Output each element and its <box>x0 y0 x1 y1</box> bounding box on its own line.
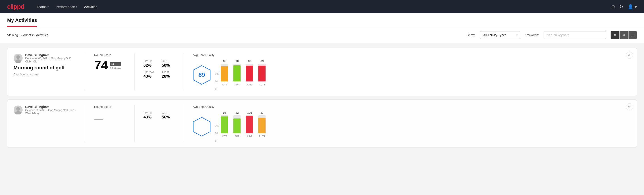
bar-value-label: 106 <box>247 111 252 114</box>
bar-column: 89ARG <box>246 59 253 86</box>
shot-quality-section: Avg Shot Quality 100 50 0 94OTT83AP <box>193 105 630 142</box>
avatar <box>14 54 22 63</box>
activity-card: ✏ Dave Billingham October 16, 2021 · Gog… <box>7 100 637 148</box>
user-avatar[interactable]: 👤 ▾ <box>628 4 637 9</box>
edit-button[interactable]: ✏ <box>626 103 633 110</box>
nav-actions: ⊕ ↻ 👤 ▾ <box>611 4 637 9</box>
chart-y-axis: 100 50 0 <box>215 72 219 90</box>
divider <box>134 105 134 142</box>
shot-quality-section: Avg Shot Quality 89 100 50 <box>193 53 630 90</box>
bar-column: 106ARG <box>246 111 253 138</box>
user-date: December 05, 2021 · Gog Magog Golf Club … <box>25 57 76 63</box>
svg-marker-7 <box>193 117 210 136</box>
bar-chart: 94OTT83APP106ARG87PUTT <box>221 111 266 142</box>
bar-value-label: 87 <box>260 111 264 114</box>
user-name: Dave Billingham <box>25 105 76 109</box>
page-title: My Activities <box>7 14 37 27</box>
gir-stat: GIR 56% <box>162 111 175 120</box>
fw-hit-stat: FW Hit 43% <box>144 111 156 120</box>
score-holes: 18 Holes <box>110 67 121 70</box>
gir-stat: GIR 50% <box>162 60 175 68</box>
shot-quality-label: Avg Shot Quality <box>193 105 630 108</box>
page-header: My Activities <box>0 14 644 27</box>
compact-view-button[interactable]: ☰ <box>628 31 637 39</box>
bar-column: 90APP <box>234 59 240 86</box>
svg-point-5 <box>16 107 20 111</box>
bar-fill <box>234 118 240 133</box>
stats-section: FW Hit 43% GIR 56% <box>144 105 175 142</box>
bar-value-label: 85 <box>223 59 226 63</box>
add-circle-icon[interactable]: ⊕ <box>611 4 615 9</box>
bar-fill <box>258 118 266 133</box>
card-user-info: Dave Billingham December 05, 2021 · Gog … <box>14 53 76 90</box>
round-score-label: Round Score <box>94 53 126 57</box>
bar-category-label: PUTT <box>259 135 265 138</box>
card-user-info: Dave Billingham October 16, 2021 · Gog M… <box>14 105 76 142</box>
bar-category-label: ARG <box>247 83 252 86</box>
avatar <box>14 106 22 114</box>
bar-chart: 85OTT90APP89ARG89PUTT <box>221 59 266 90</box>
activity-card: ✏ Dave Billingham December 05, 2021 · Go… <box>7 48 637 96</box>
bar-value-label: 89 <box>248 59 251 63</box>
search-input[interactable] <box>544 31 606 39</box>
one-putt-stat: 1 Putt 28% <box>162 70 175 79</box>
viewing-count-text: Viewing 12 out of 29 Activities <box>7 33 48 37</box>
bar-column: 87PUTT <box>258 111 266 138</box>
bar-outer <box>221 115 228 133</box>
bar-value-label: 89 <box>260 59 264 63</box>
bar-outer <box>234 115 240 133</box>
bar-fill <box>221 116 228 133</box>
show-label: Show: <box>467 33 476 37</box>
nav-performance[interactable]: Performance ▾ <box>56 3 77 10</box>
hexagon-overall: 89 <box>193 65 211 85</box>
bar-outer <box>221 64 228 82</box>
round-score-section: Round Score 74 +4 18 Holes <box>94 53 126 90</box>
activity-title: Morning round of golf <box>14 65 76 71</box>
chevron-down-icon: ▾ <box>48 6 49 8</box>
round-score-section: Round Score <box>94 105 126 142</box>
activity-type-filter[interactable]: All Activity Types ▾ <box>480 31 520 39</box>
bar-outer <box>258 64 266 82</box>
bar-category-label: ARG <box>247 135 252 138</box>
nav-activities[interactable]: Activities <box>84 3 97 10</box>
list-view-button[interactable]: ≡ <box>610 31 619 39</box>
bar-column: 94OTT <box>221 111 228 138</box>
chart-y-axis: 100 50 0 <box>215 124 219 142</box>
activities-list: ✏ Dave Billingham December 05, 2021 · Go… <box>0 43 644 152</box>
nav-teams[interactable]: Teams ▾ <box>36 3 48 10</box>
bar-fill <box>234 65 240 82</box>
bar-fill <box>258 66 266 82</box>
bar-value-label: 90 <box>236 59 238 63</box>
bar-fill <box>221 66 228 82</box>
bar-outer <box>246 115 253 133</box>
overall-score: 89 <box>198 72 205 78</box>
bar-column: 85OTT <box>221 59 228 86</box>
grid-view-button[interactable]: ⊞ <box>620 31 628 39</box>
bar-fill <box>246 66 253 82</box>
svg-point-1 <box>16 55 20 59</box>
activity-type-select[interactable]: All Activity Types <box>480 31 520 39</box>
data-source: Data Source: Arccos <box>14 73 76 76</box>
bar-outer <box>246 64 253 82</box>
round-score-label: Round Score <box>94 105 126 108</box>
bar-outer <box>234 64 240 82</box>
user-name: Dave Billingham <box>25 53 76 57</box>
bar-outer <box>258 115 266 133</box>
user-date: October 16, 2021 · Gog Magog Golf Club -… <box>25 109 76 115</box>
hexagon-overall <box>193 117 211 136</box>
refresh-icon[interactable]: ↻ <box>620 4 623 9</box>
bar-category-label: APP <box>234 83 240 86</box>
edit-button[interactable]: ✏ <box>626 52 633 59</box>
divider <box>85 53 85 90</box>
score-number: 74 <box>94 59 108 72</box>
bar-category-label: PUTT <box>259 83 265 86</box>
divider <box>85 105 85 142</box>
bar-category-label: OTT <box>222 83 227 86</box>
bar-category-label: APP <box>234 135 240 138</box>
chevron-down-icon: ▾ <box>76 6 77 8</box>
bar-column: 89PUTT <box>258 59 266 86</box>
bar-fill <box>246 116 253 133</box>
divider <box>134 53 134 90</box>
logo[interactable]: clippd <box>7 3 24 10</box>
bar-value-label: 83 <box>236 111 238 114</box>
